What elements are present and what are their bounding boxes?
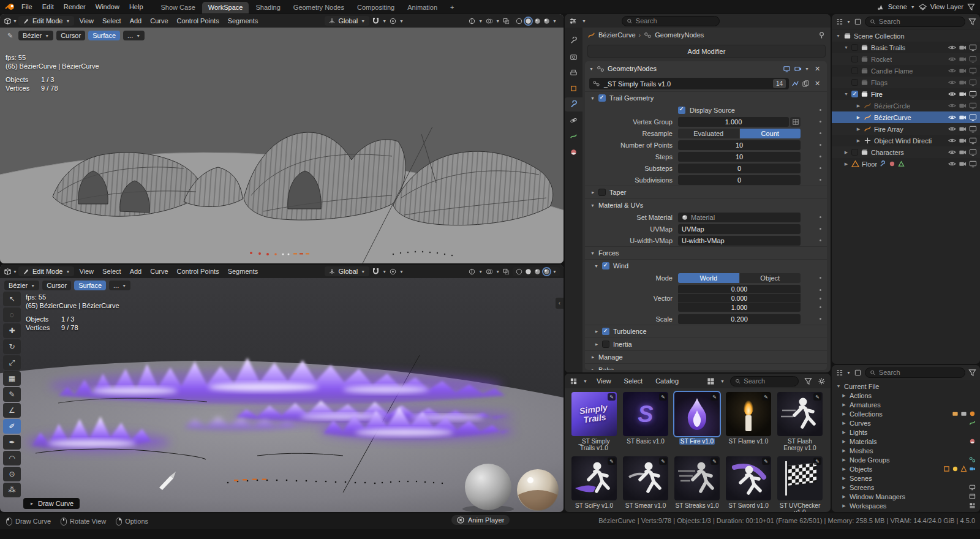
outliner-search[interactable] bbox=[865, 17, 965, 27]
mode-selector[interactable]: Edit Mode▼ bbox=[18, 266, 74, 276]
workspace-add-tab[interactable]: + bbox=[444, 2, 460, 13]
catalog-row-scenes[interactable]: ▶Scenes bbox=[832, 473, 980, 483]
cursor-tool-button[interactable]: Cursor bbox=[56, 31, 85, 40]
animate-dot[interactable] bbox=[820, 216, 821, 218]
screen-icon[interactable] bbox=[969, 43, 977, 51]
transform-tool[interactable]: ▦ bbox=[3, 371, 21, 386]
animate-dot[interactable] bbox=[820, 121, 821, 123]
orientation-selector[interactable]: Global▼ bbox=[325, 16, 369, 26]
catalog-row-window-managers[interactable]: ▶Window Managers bbox=[832, 492, 980, 501]
mode-object-button[interactable]: Object bbox=[740, 273, 801, 283]
resample-count-button[interactable]: Count bbox=[740, 129, 801, 138]
camera-icon[interactable] bbox=[959, 43, 967, 51]
eye-icon[interactable] bbox=[948, 160, 956, 168]
shading-wireframe-icon[interactable] bbox=[516, 268, 522, 275]
steps-field[interactable]: 10 bbox=[678, 152, 801, 162]
animate-dot[interactable] bbox=[820, 109, 821, 111]
catalog-row-armatures[interactable]: ▶Armatures bbox=[832, 400, 980, 409]
menu-view[interactable]: View bbox=[593, 377, 615, 385]
subdivisions-field[interactable]: 0 bbox=[678, 175, 801, 185]
annotate-tool[interactable]: ✎ bbox=[3, 387, 21, 402]
asset-thumbnail[interactable]: ✎ bbox=[571, 456, 617, 500]
menu-view[interactable]: View bbox=[75, 267, 97, 276]
workspace-tab-show-case[interactable]: Show Case bbox=[155, 2, 202, 13]
asset-thumbnail[interactable]: ✎ bbox=[777, 456, 823, 500]
proportional-caret-icon[interactable]: ▼ bbox=[399, 19, 404, 23]
catalog-row-collections[interactable]: ▶Collections bbox=[832, 409, 980, 418]
display-source-checkbox[interactable] bbox=[678, 107, 685, 114]
substeps-field[interactable]: 0 bbox=[678, 164, 801, 173]
menu-edit[interactable]: Edit bbox=[38, 2, 58, 11]
add-modifier-button[interactable]: Add Modifier bbox=[587, 45, 826, 58]
catalog-row-node-groups[interactable]: ▶Node Groups bbox=[832, 455, 980, 464]
menu-catalog[interactable]: Catalog bbox=[652, 377, 682, 385]
radius-tool[interactable]: ⊙ bbox=[3, 467, 21, 481]
animate-dot[interactable] bbox=[820, 239, 821, 241]
catalog-row-objects[interactable]: ▶Objects bbox=[832, 464, 980, 473]
outliner-row-fire[interactable]: ▼ Fire bbox=[832, 88, 980, 100]
tab-object-data[interactable] bbox=[565, 129, 582, 143]
eye-icon[interactable] bbox=[948, 78, 956, 86]
animate-dot[interactable] bbox=[820, 156, 821, 157]
asset-card-simply-trails[interactable]: Simply Trails ✎ _ST Simply Trails v1.0 bbox=[570, 392, 618, 451]
modifier-close-icon[interactable]: ✕ bbox=[812, 64, 823, 74]
asset-card-st-sword[interactable]: ✎ ST Sword v1.0 bbox=[725, 456, 772, 512]
outliner-row-beziercircle[interactable]: ▶ BézierCircle bbox=[832, 100, 980, 111]
curve-type-selector[interactable]: Bézier▼ bbox=[18, 31, 53, 40]
set-material-field[interactable]: Material bbox=[678, 213, 801, 222]
outliner-row-candle-flame[interactable]: Candle Flame bbox=[832, 65, 980, 77]
collection-exclude-checkbox[interactable] bbox=[851, 56, 858, 62]
xray-toggle-icon[interactable] bbox=[501, 16, 511, 26]
animate-dot[interactable] bbox=[820, 289, 821, 291]
vector-x-field[interactable]: 0.000 bbox=[678, 285, 801, 293]
screen-icon[interactable] bbox=[969, 90, 977, 98]
animate-dot[interactable] bbox=[820, 228, 821, 230]
vector-z-field[interactable]: 1.000 bbox=[678, 303, 801, 312]
node-editor-toggle-icon[interactable] bbox=[791, 80, 799, 88]
animate-dot[interactable] bbox=[820, 167, 821, 169]
asset-card-st-fire[interactable]: ✎ ST Fire v1.0 bbox=[673, 392, 721, 451]
display-mode-icon[interactable] bbox=[854, 369, 862, 377]
camera-icon[interactable] bbox=[959, 102, 967, 110]
asset-card-st-smear[interactable]: ✎ ST Smear v1.0 bbox=[622, 456, 669, 512]
modifier-name[interactable]: GeometryNodes bbox=[608, 65, 657, 72]
tilt-tool[interactable]: ◠ bbox=[3, 451, 21, 466]
overlays-toggle-icon[interactable] bbox=[484, 16, 494, 26]
orientation-selector[interactable]: Global▼ bbox=[325, 266, 369, 276]
collection-exclude-checkbox[interactable] bbox=[851, 44, 858, 51]
shading-solid-icon[interactable] bbox=[525, 268, 532, 275]
surface-tool-button[interactable]: Surface bbox=[74, 281, 106, 290]
proportional-editing-icon[interactable] bbox=[388, 16, 398, 26]
shading-rendered-icon[interactable] bbox=[543, 18, 550, 24]
asset-thumbnail[interactable]: Simply Trails ✎ bbox=[571, 392, 617, 436]
thumbnail-size-caret-icon[interactable]: ▼ bbox=[720, 379, 725, 383]
asset-thumbnail[interactable]: ✎ bbox=[674, 456, 720, 500]
collection-exclude-checkbox[interactable] bbox=[851, 79, 858, 86]
animate-dot[interactable] bbox=[820, 144, 821, 146]
asset-thumbnail[interactable]: ✎ bbox=[674, 392, 720, 436]
trail-geometry-checkbox[interactable] bbox=[598, 94, 606, 102]
tab-modifiers[interactable] bbox=[565, 97, 582, 111]
eye-icon[interactable] bbox=[948, 67, 956, 75]
shading-material-icon[interactable] bbox=[534, 18, 541, 24]
screen-icon[interactable] bbox=[969, 113, 977, 121]
asset-card-st-basic[interactable]: S ✎ ST Basic v1.0 bbox=[622, 392, 669, 451]
collection-exclude-checkbox[interactable] bbox=[851, 149, 858, 156]
filter-funnel-icon[interactable] bbox=[968, 369, 976, 377]
modifier-header[interactable]: ▼ GeometryNodes ▼ ✕ bbox=[585, 61, 827, 76]
properties-editor-icon[interactable] bbox=[569, 17, 577, 25]
snap-caret-icon[interactable]: ▼ bbox=[382, 19, 386, 23]
camera-icon[interactable] bbox=[959, 55, 967, 63]
asset-thumbnail[interactable]: ✎ bbox=[726, 392, 771, 436]
node-group-selector[interactable]: _ST Simply Trails v1.0 14 bbox=[589, 78, 789, 89]
wind-checkbox[interactable] bbox=[602, 262, 609, 270]
section-material-uvs[interactable]: ▼ Material & UVs bbox=[585, 198, 827, 211]
menu-curve[interactable]: Curve bbox=[146, 17, 172, 25]
shading-solid-icon[interactable] bbox=[525, 18, 532, 24]
editor-type-caret-icon[interactable]: ▼ bbox=[846, 20, 851, 24]
menu-segments[interactable]: Segments bbox=[224, 17, 262, 25]
asset-browser-editor-icon[interactable] bbox=[570, 377, 578, 385]
filter-funnel-icon[interactable] bbox=[968, 18, 976, 26]
overlays-caret-icon[interactable]: ▼ bbox=[496, 270, 500, 274]
editor-type-icon[interactable] bbox=[4, 268, 12, 276]
